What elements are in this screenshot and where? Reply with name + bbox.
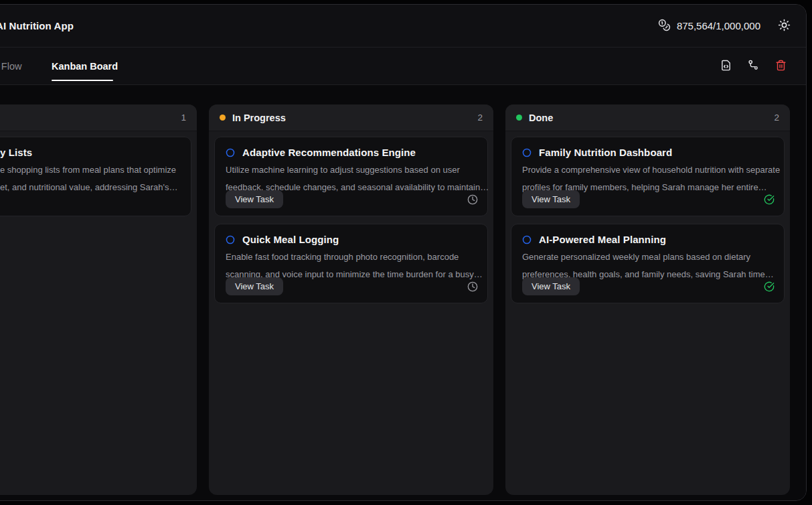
sun-icon	[778, 19, 791, 33]
column-body: y Lists e shopping lists from meal plans…	[0, 131, 197, 229]
view-task-button[interactable]: View Task	[226, 190, 283, 208]
app-window: AI Nutrition App 875,564/1,000,000 r Flo…	[0, 4, 807, 501]
column-header: 1	[0, 104, 197, 131]
task-title: Family Nutrition Dashboard	[539, 147, 672, 158]
page-title: AI Nutrition App	[0, 20, 74, 31]
column-count: 2	[774, 113, 779, 123]
task-title: Quick Meal Logging	[242, 234, 339, 245]
task-card[interactable]: Family Nutrition Dashboard Provide a com…	[511, 137, 785, 216]
column-header: In Progress 2	[209, 104, 493, 131]
token-usage-value: 875,564/1,000,000	[677, 20, 760, 31]
task-status-ring-icon	[522, 235, 532, 244]
task-status-ring-icon	[226, 148, 235, 157]
task-description-line: Generate personalized weekly meal plans …	[522, 252, 773, 263]
clock-icon	[467, 194, 478, 205]
view-task-button[interactable]: View Task	[522, 190, 580, 208]
file-code-icon	[720, 60, 732, 73]
kanban-board: 1 y Lists e shopping lists from meal pla…	[0, 85, 806, 501]
column-body: Family Nutrition Dashboard Provide a com…	[505, 131, 790, 316]
delete-board-button[interactable]	[775, 60, 787, 73]
column-count: 2	[477, 113, 483, 123]
task-description-line: Enable fast food tracking through photo …	[226, 252, 477, 263]
column-body: Adaptive Recommendations Engine Utilize …	[209, 131, 493, 316]
token-usage: 875,564/1,000,000	[658, 19, 760, 33]
tab-kanban-board[interactable]: Kanban Board	[52, 48, 118, 84]
task-status-ring-icon	[522, 148, 532, 157]
task-title: y Lists	[0, 147, 32, 158]
check-circle-icon	[764, 281, 775, 292]
task-description-line: Utilize machine learning to adjust sugge…	[226, 165, 477, 176]
status-dot-icon	[220, 115, 226, 121]
column-title: In Progress	[232, 113, 286, 123]
kanban-column-todo: 1 y Lists e shopping lists from meal pla…	[0, 104, 197, 495]
task-card[interactable]: Quick Meal Logging Enable fast food trac…	[214, 224, 488, 303]
tab-user-flow[interactable]: r Flow	[0, 48, 21, 84]
task-description-line: et, and nutritional value, addressing Sa…	[0, 182, 180, 194]
column-count: 1	[181, 113, 186, 123]
tab-bar: r Flow Kanban Board	[0, 48, 806, 85]
board-toolbar	[720, 48, 787, 84]
task-title: Adaptive Recommendations Engine	[242, 147, 416, 158]
task-card[interactable]: Adaptive Recommendations Engine Utilize …	[214, 137, 488, 216]
task-card[interactable]: AI-Powered Meal Planning Generate person…	[511, 224, 785, 303]
check-circle-icon	[764, 194, 775, 205]
screen: AI Nutrition App 875,564/1,000,000 r Flo…	[0, 0, 812, 505]
task-card[interactable]: y Lists e shopping lists from meal plans…	[0, 137, 191, 216]
clock-icon	[467, 281, 478, 292]
top-bar-right: 875,564/1,000,000	[658, 19, 791, 33]
route-icon	[748, 60, 759, 73]
column-title: Done	[529, 113, 553, 123]
top-bar: AI Nutrition App 875,564/1,000,000	[0, 5, 806, 48]
status-dot-icon	[516, 115, 522, 121]
route-button[interactable]	[748, 60, 759, 73]
task-status-ring-icon	[226, 235, 235, 244]
task-description-line: e shopping lists from meal plans that op…	[0, 165, 180, 176]
kanban-column-done: Done 2 Family Nutrition Dashboard Provid…	[505, 104, 790, 495]
trash-icon	[775, 60, 787, 73]
view-task-button[interactable]: View Task	[226, 277, 283, 295]
theme-toggle-button[interactable]	[778, 19, 791, 33]
kanban-column-in-progress: In Progress 2 Adaptive Recommendations E…	[209, 104, 493, 495]
task-title: AI-Powered Meal Planning	[539, 234, 666, 245]
file-code-button[interactable]	[720, 60, 732, 73]
task-description-line: Provide a comprehensive view of househol…	[522, 165, 773, 176]
column-header: Done 2	[505, 104, 790, 131]
coins-icon	[658, 19, 671, 33]
active-tab-underline	[52, 80, 113, 81]
view-task-button[interactable]: View Task	[522, 277, 580, 295]
